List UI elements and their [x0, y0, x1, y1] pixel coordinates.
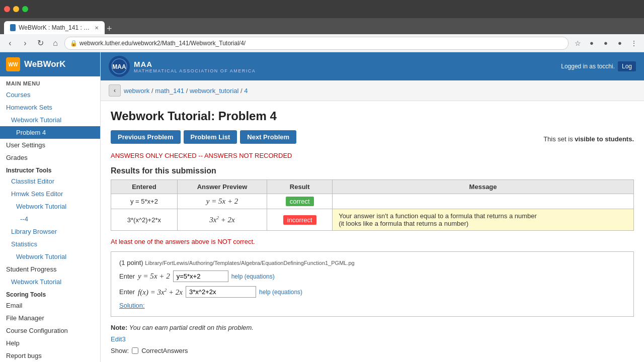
back-nav-button[interactable]: ‹	[109, 84, 121, 97]
next-problem-button[interactable]: Next Problem	[240, 130, 296, 144]
problem-points: (1 point) Library/FortLewis/Authoring/Te…	[119, 259, 625, 266]
browser-chrome	[0, 0, 644, 18]
maa-title: MAA	[134, 60, 256, 68]
problem-nav-row: Previous Problem Problem List Next Probl…	[111, 130, 634, 148]
logout-button[interactable]: Log	[618, 61, 636, 71]
show-row: Show: CorrectAnswers	[111, 347, 634, 354]
top-header: MAA MAA MATHEMATICAL ASSOCIATION OF AMER…	[101, 52, 644, 80]
entered-1: y = 5*x+2	[111, 194, 178, 209]
enter1-label: Enter	[119, 273, 135, 280]
ext-icon-2[interactable]: ●	[600, 39, 612, 47]
sidebar-item-file-manager[interactable]: File Manager	[0, 312, 100, 324]
back-button[interactable]: ‹	[4, 39, 16, 48]
note-label: Note:	[111, 324, 127, 331]
breadcrumb-math141[interactable]: math_141	[155, 87, 184, 95]
webwork-header: WW WeBWorK	[0, 52, 100, 76]
sidebar-item-course-configuration[interactable]: Course Configuration	[0, 324, 100, 337]
results-table: Entered Answer Preview Result Message y …	[111, 179, 634, 231]
main-menu-label: MAIN MENU	[0, 76, 100, 88]
points-text: (1 point)	[119, 259, 143, 266]
problem-list-button[interactable]: Problem List	[184, 130, 237, 144]
enter-row-2: Enter f(x) = 3x2 + 2x help (equations)	[119, 286, 625, 298]
sidebar-item-webwork-tutorial-3[interactable]: Webwork Tutorial	[0, 250, 100, 263]
show-label: Show:	[111, 347, 129, 354]
breadcrumb-sep1: /	[151, 87, 153, 95]
message-1	[333, 194, 634, 209]
sidebar-item-webwork-tutorial[interactable]: Webwork Tutorial	[0, 114, 100, 126]
url-text: webwork.luther.edu/webwork2/Math_141/Web…	[79, 40, 246, 47]
address-bar[interactable]: 🔒 webwork.luther.edu/webwork2/Math_141/W…	[64, 37, 569, 50]
instructor-tools-label: Instructor Tools	[0, 164, 100, 175]
enter-row-1: Enter y = 5x + 2 help (equations)	[119, 270, 625, 282]
correct-badge: correct	[286, 197, 314, 206]
incorrect-badge: incorrect	[283, 215, 316, 225]
breadcrumb-tutorial[interactable]: webwork_tutorial	[190, 87, 239, 95]
sidebar-item-grades[interactable]: Grades	[0, 151, 100, 164]
sidebar-item-user-settings[interactable]: User Settings	[0, 139, 100, 151]
new-tab-button[interactable]: +	[107, 24, 112, 34]
sidebar-item-homework-sets[interactable]: Homework Sets	[0, 101, 100, 114]
answers-warning: ANSWERS ONLY CHECKED -- ANSWERS NOT RECO…	[111, 152, 634, 159]
col-message: Message	[333, 180, 634, 194]
tab-close[interactable]: ✕	[95, 25, 99, 31]
scoring-tools-label: Scoring Tools	[0, 288, 100, 299]
refresh-button[interactable]: ↻	[34, 38, 46, 48]
sidebar-item-webwork-tutorial-2[interactable]: Webwork Tutorial	[0, 200, 100, 213]
bookmark-icon[interactable]: ☆	[572, 39, 584, 47]
sidebar-item-courses[interactable]: Courses	[0, 88, 100, 101]
enter1-formula: y = 5x + 2	[138, 272, 170, 281]
sidebar-item-email[interactable]: Email	[0, 299, 100, 312]
sidebar-item-hmwk-sets-editor[interactable]: Hmwk Sets Editor	[0, 188, 100, 200]
sidebar-item-classlist-editor[interactable]: Classlist Editor	[0, 175, 100, 188]
sidebar-item-report-bugs[interactable]: Report bugs	[0, 349, 100, 362]
tab-title: WeBWorK : Math_141 : Webwor...	[19, 24, 92, 31]
sidebar-item-problem-4-sub[interactable]: --4	[0, 213, 100, 225]
message-2: Your answer isn't a function equal to a …	[333, 209, 634, 231]
lock-icon: 🔒	[70, 40, 77, 47]
app-layout: WW WeBWorK MAIN MENU Courses Homework Se…	[0, 52, 644, 362]
breadcrumb: webwork / math_141 / webwork_tutorial / …	[124, 87, 248, 95]
page-title: Webwork Tutorial: Problem 4	[111, 109, 634, 123]
results-title: Results for this submission	[111, 166, 634, 175]
solution-link[interactable]: Solution:	[119, 302, 145, 309]
breadcrumb-num[interactable]: 4	[244, 87, 248, 95]
sidebar-item-statistics[interactable]: Statistics	[0, 238, 100, 250]
sidebar-item-library-browser[interactable]: Library Browser	[0, 225, 100, 238]
breadcrumb-webwork[interactable]: webwork	[124, 87, 149, 95]
answer-input-2[interactable]	[186, 286, 256, 298]
col-result: Result	[267, 180, 333, 194]
help-equations-link-2[interactable]: help (equations)	[259, 289, 302, 296]
sidebar-item-problem-4[interactable]: Problem 4	[0, 126, 100, 139]
col-entered: Entered	[111, 180, 178, 194]
sidebar-item-webwork-tutorial-4[interactable]: Webwork Tutorial	[0, 276, 100, 288]
visibility-text: This set is	[543, 135, 575, 143]
breadcrumb-bar: ‹ webwork / math_141 / webwork_tutorial …	[101, 80, 644, 101]
answer-input-1[interactable]	[173, 270, 228, 282]
sidebar-item-help[interactable]: Help	[0, 337, 100, 349]
ext-icon-1[interactable]: ●	[586, 39, 598, 47]
correct-answers-label: CorrectAnswers	[141, 347, 188, 354]
prev-problem-button[interactable]: Previous Problem	[111, 130, 181, 144]
maa-emblem: MAA	[109, 56, 130, 77]
visibility-note: This set is visible to students.	[543, 135, 634, 143]
forward-button[interactable]: ›	[19, 39, 31, 48]
at-least-warning: At least one of the answers above is NOT…	[111, 238, 634, 245]
webwork-title: WeBWorK	[24, 59, 66, 69]
edit-link[interactable]: Edit3	[111, 335, 634, 343]
correct-answers-checkbox[interactable]	[132, 347, 138, 354]
enter2-formula: f(x) = 3x2 + 2x	[138, 288, 183, 297]
active-tab[interactable]: WeBWorK : Math_141 : Webwor... ✕	[4, 21, 105, 34]
table-row: y = 5*x+2 y = 5x + 2 correct	[111, 194, 634, 209]
home-button[interactable]: ⌂	[49, 39, 61, 48]
content-area: Webwork Tutorial: Problem 4 Previous Pro…	[101, 101, 644, 362]
main-content: MAA MAA MATHEMATICAL ASSOCIATION OF AMER…	[101, 52, 644, 362]
help-equations-link-1[interactable]: help (equations)	[231, 273, 275, 280]
toolbar-icons: ☆ ● ● ● ⋮	[572, 39, 640, 47]
sidebar-item-student-progress[interactable]: Student Progress	[0, 263, 100, 276]
note-text: You can earn partial credit on this prob…	[129, 324, 254, 331]
result-1: correct	[267, 194, 333, 209]
problem-source: Library/FortLewis/Authoring/Templates/Al…	[145, 260, 354, 266]
ext-icon-3[interactable]: ●	[614, 39, 626, 47]
problem-nav: Previous Problem Problem List Next Probl…	[111, 130, 296, 144]
menu-icon[interactable]: ⋮	[628, 39, 640, 47]
